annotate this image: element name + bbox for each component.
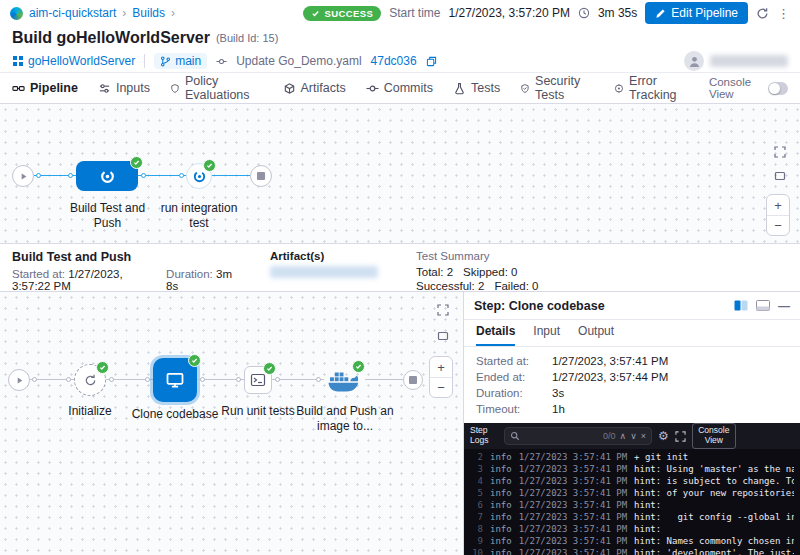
user-avatar[interactable] bbox=[684, 51, 704, 71]
log-line: 4info1/27/2023 3:57:41 PMhint: is subjec… bbox=[464, 475, 800, 487]
step-node-initialize[interactable] bbox=[74, 364, 106, 396]
log-fullscreen-icon[interactable] bbox=[675, 431, 686, 442]
breadcrumb-project[interactable]: aim-ci-quickstart bbox=[29, 6, 116, 20]
log-line: 7info1/27/2023 3:57:41 PMhint: git confi… bbox=[464, 511, 800, 523]
zoom-in-button[interactable]: + bbox=[430, 357, 452, 377]
step-label[interactable]: Run unit tests bbox=[213, 404, 303, 419]
target-icon bbox=[614, 82, 624, 95]
step-graph-canvas[interactable]: Initialize Clone codebase bbox=[0, 292, 464, 555]
refresh-icon[interactable] bbox=[756, 7, 769, 20]
step-node-run-unit-tests[interactable] bbox=[244, 366, 272, 394]
step-label[interactable]: Build and Push an image to... bbox=[295, 404, 395, 434]
sync-icon bbox=[83, 373, 98, 388]
connector-dot bbox=[316, 377, 321, 382]
breadcrumb-builds[interactable]: Builds bbox=[132, 6, 165, 20]
more-options-icon[interactable]: ⋮ bbox=[777, 6, 790, 21]
commit-message: Update Go_Demo.yaml bbox=[236, 54, 361, 68]
log-line: 2info1/27/2023 3:57:41 PM+ git init bbox=[464, 451, 800, 463]
success-check-icon bbox=[130, 156, 143, 169]
chevron-right-icon: › bbox=[122, 6, 126, 20]
check-icon bbox=[311, 9, 320, 18]
breadcrumb-bar: aim-ci-quickstart › Builds › SUCCESS Sta… bbox=[0, 0, 800, 26]
log-title: Step Logs bbox=[470, 426, 498, 446]
console-view-label: Console View bbox=[709, 76, 762, 100]
pipeline-start-node bbox=[12, 165, 34, 187]
execution-tabbar: Pipeline Inputs Policy Evaluations Artif… bbox=[0, 72, 800, 104]
tab-artifacts[interactable]: Artifacts bbox=[283, 73, 346, 103]
fullscreen-icon[interactable] bbox=[437, 304, 449, 316]
tab-details[interactable]: Details bbox=[476, 324, 515, 346]
branch-link[interactable]: main bbox=[154, 53, 207, 69]
console-view-button[interactable]: Console View bbox=[692, 423, 736, 449]
commit-hash-link[interactable]: 47dc036 bbox=[371, 54, 417, 68]
tab-output[interactable]: Output bbox=[578, 324, 614, 346]
tests-successful: Successful: 2 bbox=[416, 280, 484, 292]
copy-icon[interactable] bbox=[426, 56, 437, 67]
field-row: Ended at: 1/27/2023, 3:57:44 PM bbox=[476, 369, 788, 385]
tab-security-tests[interactable]: Security Tests bbox=[520, 73, 594, 103]
log-line: 9info1/27/2023 3:57:41 PMhint: Names com… bbox=[464, 535, 800, 547]
console-view-toggle[interactable] bbox=[768, 82, 788, 95]
tests-total: Total: 2 bbox=[416, 266, 453, 278]
field-row: Duration: 3s bbox=[476, 385, 788, 401]
field-label: Started at: bbox=[476, 355, 552, 367]
package-icon bbox=[283, 82, 296, 95]
stage-label[interactable]: Build Test and Push bbox=[55, 201, 160, 231]
chevron-right-icon: › bbox=[171, 6, 175, 20]
log-search-input[interactable]: 0/0 ∧ ∨ × bbox=[504, 427, 652, 445]
success-check-icon bbox=[263, 362, 276, 375]
step-detail-panel: Step: Clone codebase — Details Input Out… bbox=[464, 292, 800, 555]
stage-label[interactable]: run integration test bbox=[153, 201, 245, 231]
integration-test-icon bbox=[192, 169, 207, 184]
zoom-out-button[interactable]: − bbox=[767, 215, 789, 235]
layout-split-bottom-icon[interactable] bbox=[756, 300, 770, 311]
artifact-value-blurred[interactable] bbox=[270, 266, 378, 278]
tab-tests[interactable]: Tests bbox=[453, 73, 500, 103]
search-next-icon[interactable]: ∨ bbox=[630, 431, 637, 441]
run-status-group: SUCCESS Start time 1/27/2023, 3:57:20 PM… bbox=[303, 2, 790, 24]
step-node-build-and-push[interactable] bbox=[327, 366, 363, 394]
field-value: 1h bbox=[552, 403, 565, 415]
search-count: 0/0 bbox=[603, 431, 616, 441]
log-lines[interactable]: 2info1/27/2023 3:57:41 PM+ git init 3inf… bbox=[464, 449, 800, 555]
edit-pipeline-button[interactable]: Edit Pipeline bbox=[645, 2, 748, 24]
tab-policy-evaluations[interactable]: Policy Evaluations bbox=[170, 73, 263, 103]
connector-dot bbox=[200, 377, 205, 382]
search-prev-icon[interactable]: ∧ bbox=[620, 431, 627, 441]
pipeline-end-node bbox=[250, 165, 272, 187]
terminal-icon bbox=[250, 372, 266, 388]
zoom-out-button[interactable]: − bbox=[430, 377, 452, 397]
step-node-clone-codebase[interactable] bbox=[153, 358, 197, 402]
stage-node-run-integration-test[interactable] bbox=[186, 163, 212, 189]
tab-inputs[interactable]: Inputs bbox=[98, 73, 150, 103]
fit-view-icon[interactable] bbox=[437, 330, 449, 342]
stage-node-build-test-and-push[interactable] bbox=[76, 161, 138, 191]
step-panel-tabs: Details Input Output bbox=[464, 320, 800, 347]
repo-link[interactable]: goHelloWorldServer bbox=[12, 54, 135, 68]
test-summary-label: Test Summary bbox=[416, 250, 539, 262]
log-settings-gear-icon[interactable]: ⚙ bbox=[658, 429, 669, 443]
status-badge: SUCCESS bbox=[303, 6, 381, 21]
tab-error-tracking[interactable]: Error Tracking bbox=[614, 73, 689, 103]
layout-split-right-icon[interactable] bbox=[734, 300, 748, 311]
fit-view-icon[interactable] bbox=[774, 170, 786, 182]
stage-graph-canvas[interactable]: Build Test and Push run integration test… bbox=[0, 104, 800, 244]
flask-icon bbox=[453, 82, 466, 95]
fullscreen-icon[interactable] bbox=[774, 146, 786, 158]
tab-pipeline[interactable]: Pipeline bbox=[12, 73, 78, 103]
zoom-in-button[interactable]: + bbox=[767, 195, 789, 215]
connector-dot bbox=[32, 377, 37, 382]
tab-commits[interactable]: Commits bbox=[366, 73, 433, 103]
step-label[interactable]: Initialize bbox=[55, 404, 125, 419]
tab-label: Policy Evaluations bbox=[185, 74, 263, 102]
connector-dot bbox=[236, 377, 241, 382]
step-label[interactable]: Clone codebase bbox=[125, 407, 225, 422]
stage-summary-title: Build Test and Push bbox=[12, 250, 232, 264]
tests-skipped: Skipped: 0 bbox=[463, 266, 517, 278]
minimize-icon[interactable]: — bbox=[778, 299, 790, 313]
search-close-icon[interactable]: × bbox=[641, 431, 646, 441]
tab-input[interactable]: Input bbox=[533, 324, 560, 346]
connector-dot bbox=[66, 377, 71, 382]
stage-start-node bbox=[8, 369, 30, 391]
field-row: Started at: 1/27/2023, 3:57:41 PM bbox=[476, 353, 788, 369]
